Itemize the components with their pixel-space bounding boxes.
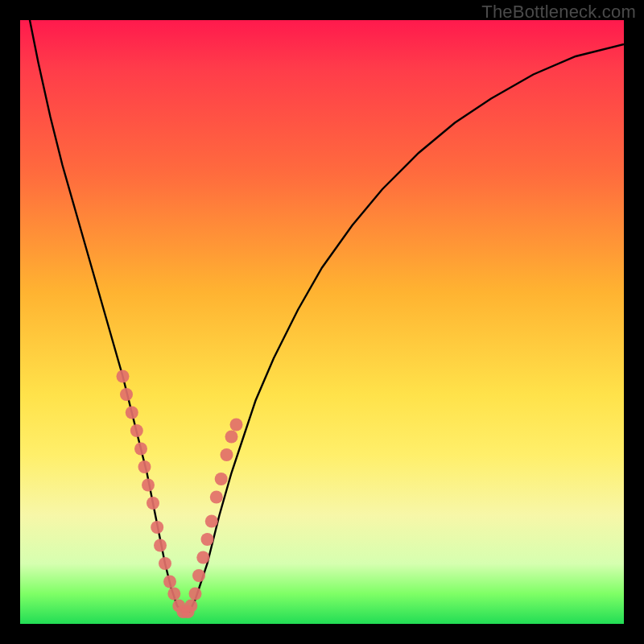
data-point xyxy=(151,521,163,534)
data-point xyxy=(205,515,218,528)
data-point xyxy=(167,588,180,601)
data-point xyxy=(126,407,138,419)
watermark-text: TheBottleneck.com xyxy=(481,2,636,23)
data-point xyxy=(130,424,143,437)
data-point xyxy=(210,491,223,504)
scatter-layer xyxy=(117,370,243,619)
data-point xyxy=(230,419,243,431)
plot-area xyxy=(20,20,624,624)
data-point xyxy=(196,551,209,564)
data-point xyxy=(225,431,238,444)
data-point xyxy=(142,479,155,492)
data-point xyxy=(117,370,130,383)
data-point xyxy=(120,388,133,401)
data-point xyxy=(192,569,205,582)
data-point xyxy=(134,443,147,456)
data-point xyxy=(159,557,171,570)
data-point xyxy=(163,576,176,588)
data-point xyxy=(189,588,202,601)
data-point xyxy=(154,539,167,552)
data-point xyxy=(147,497,159,510)
curve-layer xyxy=(27,20,625,612)
chart-frame: TheBottleneck.com xyxy=(0,0,644,644)
data-point xyxy=(221,448,233,461)
data-point xyxy=(184,600,197,613)
data-point xyxy=(201,533,214,546)
data-point xyxy=(138,460,151,473)
data-point xyxy=(215,473,228,485)
chart-svg xyxy=(20,20,624,624)
bottleneck-curve xyxy=(27,20,625,612)
